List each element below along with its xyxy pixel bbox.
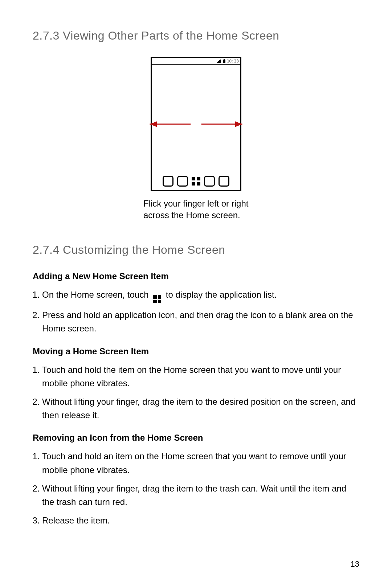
step: Touch and hold the item on the Home scre… (42, 363, 359, 390)
steps-moving: Touch and hold the item on the Home scre… (33, 363, 359, 422)
svg-rect-4 (224, 59, 225, 60)
svg-rect-2 (219, 60, 220, 63)
section-274-heading: 2.7.4 Customizing the Home Screen (33, 243, 359, 257)
svg-marker-7 (150, 121, 157, 127)
swipe-arrows (141, 121, 251, 128)
step: Release the item. (42, 514, 359, 527)
phone-dock (152, 176, 240, 187)
svg-rect-1 (218, 61, 219, 63)
steps-adding: On the Home screen, touch to display the… (33, 288, 359, 335)
apps-grid-icon (153, 295, 161, 303)
svg-rect-5 (223, 60, 225, 63)
svg-rect-0 (217, 62, 218, 63)
status-time: 10:23 (227, 59, 239, 64)
dock-slot (219, 176, 229, 187)
figure-home-swipe: 10:23 Flick your (33, 57, 359, 221)
step: Touch and hold an item on the Home scree… (42, 449, 359, 476)
svg-marker-9 (235, 121, 242, 127)
step: Without lifting your finger, drag the it… (42, 395, 359, 422)
subhead-removing: Removing an Icon from the Home Screen (33, 433, 359, 443)
figure-caption: Flick your finger left or right across t… (143, 198, 249, 221)
step: On the Home screen, touch to display the… (42, 288, 359, 303)
section-273-heading: 2.7.3 Viewing Other Parts of the Home Sc… (33, 29, 359, 42)
step: Without lifting your finger, drag the it… (42, 482, 359, 509)
apps-grid-icon (192, 177, 200, 186)
step-text-a: On the Home screen, touch (42, 290, 148, 299)
phone-illustration: 10:23 (151, 57, 241, 191)
dock-slot (163, 176, 173, 187)
dock-slot (177, 176, 188, 187)
svg-rect-3 (220, 60, 221, 63)
manual-page: 2.7.3 Viewing Other Parts of the Home Sc… (0, 0, 392, 587)
step-text-b: to display the application list. (166, 290, 277, 299)
step: Press and hold an application icon, and … (42, 308, 359, 335)
dock-slot (204, 176, 215, 187)
subhead-adding: Adding a New Home Screen Item (33, 271, 359, 281)
phone-statusbar: 10:23 (152, 58, 240, 65)
battery-icon (223, 59, 225, 63)
page-number: 13 (351, 559, 359, 569)
subhead-moving: Moving a Home Screen Item (33, 346, 359, 356)
signal-icon (217, 59, 221, 63)
steps-removing: Touch and hold an item on the Home scree… (33, 449, 359, 527)
